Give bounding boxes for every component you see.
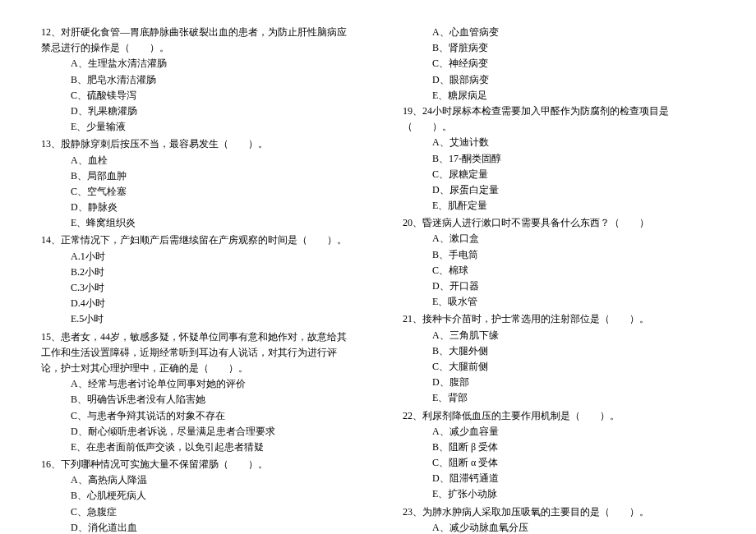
question: 19、24小时尿标本检查需要加入甲醛作为防腐剂的检查项目是（ ）。A、艾迪计数B…: [403, 104, 715, 214]
question-option: B、心肌梗死病人: [41, 488, 353, 504]
question: 14、正常情况下，产妇顺产后需继续留在产房观察的时间是（ ）。A.1小时B.2小…: [41, 232, 353, 327]
question-option: C.3小时: [41, 280, 353, 296]
question-option: C、神经病变: [403, 56, 715, 71]
question-option: E、蜂窝组织炎: [41, 215, 353, 231]
question-option: A.1小时: [41, 249, 353, 265]
question-option: E、少量输液: [41, 119, 353, 135]
question-option: A、血栓: [41, 153, 353, 168]
question-option: D、阻滞钙通道: [403, 471, 715, 486]
question-option: C、硫酸镁导泻: [41, 88, 353, 104]
question: 20、昏迷病人进行漱口时不需要具备什么东西？（ ）A、漱口盒B、手电筒C、棉球D…: [403, 215, 715, 310]
question-option: E、糖尿病足: [403, 88, 715, 104]
question-stem: 14、正常情况下，产妇顺产后需继续留在产房观察的时间是（ ）。: [41, 232, 353, 248]
question-stem: 16、下列哪种情况可实施大量不保留灌肠（ ）。: [41, 457, 353, 472]
question-stem: 23、为肺水肿病人采取加压吸氧的主要目的是（ ）。: [403, 504, 715, 520]
question-option: E、扩张小动脉: [403, 486, 715, 502]
question-option: C、棉球: [403, 263, 715, 279]
question-option: D、腹部: [403, 375, 715, 390]
question: 21、接种卡介苗时，护士常选用的注射部位是（ ）。A、三角肌下缘B、大腿外侧C、…: [403, 311, 715, 406]
question: 12、对肝硬化食管—胃底静脉曲张破裂出血的患者，为防止肝性脑病应禁忌进行的操作是…: [41, 25, 353, 135]
question-option: A、减少血容量: [403, 424, 715, 440]
question-stem: 19、24小时尿标本检查需要加入甲醛作为防腐剂的检查项目是（ ）。: [403, 104, 715, 135]
question-option: E、在患者面前低声交谈，以免引起患者猜疑: [41, 440, 353, 455]
right-column: A、心血管病变B、肾脏病变C、神经病变D、眼部病变E、糖尿病足19、24小时尿标…: [403, 25, 715, 534]
question-option: B、明确告诉患者没有人陷害她: [41, 392, 353, 407]
question-option: C、急腹症: [41, 504, 353, 520]
question-option: D、开口器: [403, 279, 715, 294]
question-option: A、减少动脉血氧分压: [403, 520, 715, 534]
question-option: D、耐心倾听患者诉说，尽量满足患者合理要求: [41, 424, 353, 440]
question-option: A、高热病人降温: [41, 472, 353, 488]
question-option: C、阻断 α 受体: [403, 455, 715, 471]
question-option: B、阻断 β 受体: [403, 440, 715, 455]
question-option: D、眼部病变: [403, 72, 715, 88]
question-option: A、三角肌下缘: [403, 328, 715, 343]
question-option: D、尿蛋白定量: [403, 182, 715, 198]
question-option: D、乳果糖灌肠: [41, 104, 353, 119]
question-option: A、漱口盒: [403, 231, 715, 246]
question-option: C、大腿前侧: [403, 359, 715, 375]
question-option: B.2小时: [41, 265, 353, 280]
question-option: D、静脉炎: [41, 200, 353, 215]
question-stem: 13、股静脉穿刺后按压不当，最容易发生（ ）。: [41, 136, 353, 152]
question-option: A、经常与患者讨论单位同事对她的评价: [41, 376, 353, 392]
question-stem: 21、接种卡介苗时，护士常选用的注射部位是（ ）。: [403, 311, 715, 327]
question-option: A、生理盐水清洁灌肠: [41, 56, 353, 71]
question-stem: 15、患者女，44岁，敏感多疑，怀疑单位同事有意和她作对，故意给其工作和生活设置…: [41, 329, 353, 377]
question-option: E、吸水管: [403, 294, 715, 310]
question-stem: 12、对肝硬化食管—胃底静脉曲张破裂出血的患者，为防止肝性脑病应禁忌进行的操作是…: [41, 25, 353, 56]
question-option: C、尿糖定量: [403, 167, 715, 182]
question-stem: 22、利尿剂降低血压的主要作用机制是（ ）。: [403, 408, 715, 424]
question-option: B、手电筒: [403, 247, 715, 263]
question-option: C、与患者争辩其说话的对象不存在: [41, 408, 353, 424]
question: 13、股静脉穿刺后按压不当，最容易发生（ ）。A、血栓B、局部血肿C、空气栓塞D…: [41, 136, 353, 231]
question-option: E、背部: [403, 390, 715, 406]
question-option: A、心血管病变: [403, 25, 715, 40]
question: 16、下列哪种情况可实施大量不保留灌肠（ ）。A、高热病人降温B、心肌梗死病人C…: [41, 457, 353, 534]
question-stem: 20、昏迷病人进行漱口时不需要具备什么东西？（ ）: [403, 215, 715, 231]
question-option: B、大腿外侧: [403, 343, 715, 359]
question-option: B、17-酮类固醇: [403, 151, 715, 167]
question: 15、患者女，44岁，敏感多疑，怀疑单位同事有意和她作对，故意给其工作和生活设置…: [41, 329, 353, 456]
question: 23、为肺水肿病人采取加压吸氧的主要目的是（ ）。A、减少动脉血氧分压B、降低肺…: [403, 504, 715, 534]
left-column: 12、对肝硬化食管—胃底静脉曲张破裂出血的患者，为防止肝性脑病应禁忌进行的操作是…: [41, 25, 353, 534]
question-option: D.4小时: [41, 296, 353, 311]
question-option: B、肾脏病变: [403, 40, 715, 56]
question-option: C、空气栓塞: [41, 184, 353, 200]
question-option: E.5小时: [41, 311, 353, 327]
question: 22、利尿剂降低血压的主要作用机制是（ ）。A、减少血容量B、阻断 β 受体C、…: [403, 408, 715, 503]
question-option: E、肌酐定量: [403, 198, 715, 214]
question-option: A、艾迪计数: [403, 135, 715, 150]
question-option: B、局部血肿: [41, 168, 353, 184]
question-option: D、消化道出血: [41, 520, 353, 534]
question-option: B、肥皂水清洁灌肠: [41, 72, 353, 88]
